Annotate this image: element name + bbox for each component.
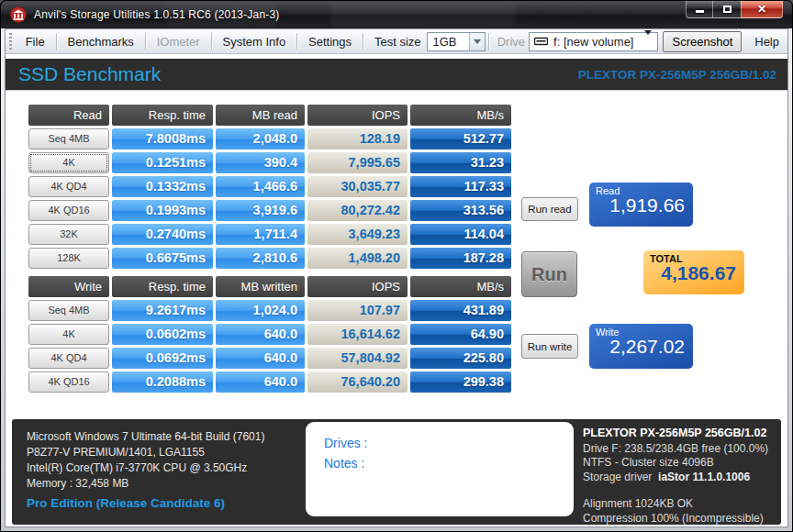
menu-separator: [145, 33, 146, 50]
read-row-4kqd16-button[interactable]: 4K QD16: [28, 200, 109, 221]
iops-cell: 7,995.65: [307, 152, 408, 173]
menu-file[interactable]: File: [17, 31, 53, 52]
menu-system-info[interactable]: System Info: [215, 31, 295, 52]
menu-help[interactable]: Help: [746, 31, 787, 52]
read-row-32k-button[interactable]: 32K: [28, 224, 109, 245]
menu-separator: [488, 33, 489, 50]
title-bar[interactable]: Anvil's Storage Utilities 1.0.51 RC6 (20…: [1, 1, 792, 28]
resp-time-cell: 0.1332ms: [112, 176, 213, 197]
resp-time-col-header: Resp. time: [112, 105, 213, 126]
menu-bar: File Benchmarks IOmeter System Info Sett…: [6, 29, 787, 54]
drives-label: Drives :: [324, 433, 555, 453]
run-button[interactable]: Run: [521, 251, 577, 297]
write-row-seq4mb-button[interactable]: Seq 4MB: [28, 300, 109, 321]
spacer: [583, 484, 768, 497]
mb-read-cell: 1,711.4: [216, 224, 305, 245]
drive-value: f: [new volume]: [548, 35, 639, 49]
mbs-cell: 114.04: [410, 224, 511, 245]
iops-cell: 107.97: [307, 300, 408, 321]
read-score-value: 1,919.66: [589, 194, 693, 216]
run-read-button[interactable]: Run read: [521, 197, 578, 221]
motherboard-line: P8Z77-V PREMIUM/1401, LGA1155: [27, 445, 264, 460]
menu-separator: [56, 33, 57, 50]
iops-cell: 76,640.20: [307, 371, 408, 393]
maximize-icon: [723, 6, 732, 13]
drive-info: PLEXTOR PX-256M5P 256GB/1.02 Drive F: 23…: [583, 427, 768, 526]
drive-select[interactable]: f: [new volume]: [529, 32, 658, 51]
mb-read-cell: 3,919.6: [216, 200, 305, 221]
iops-cell: 80,272.42: [307, 200, 408, 221]
edition-label: Pro Edition (Release Candidate 6): [27, 496, 225, 510]
write-score-value: 2,267.02: [589, 336, 693, 358]
write-row-4kqd16-button[interactable]: 4K QD16: [28, 371, 109, 393]
total-score-box: TOTAL 4,186.67: [643, 250, 744, 294]
app-window: Anvil's Storage Utilities 1.0.51 RC6 (20…: [0, 0, 793, 532]
alignment-line: Alignment 1024KB OK: [583, 497, 768, 512]
cpu-line: Intel(R) Core(TM) i7-3770K CPU @ 3.50GHz: [27, 460, 264, 476]
info-panel: Microsoft Windows 7 Ultimate 64-bit Buil…: [12, 419, 781, 525]
filesystem-line: NTFS - Cluster size 4096B: [583, 456, 768, 471]
screenshot-button[interactable]: Screenshot: [663, 31, 742, 52]
compression-line: Compression 100% (Incompressible): [583, 512, 768, 526]
run-write-button[interactable]: Run write: [521, 334, 578, 359]
window-controls: ✕: [686, 1, 783, 18]
mb-written-col-header: MB written: [216, 276, 305, 297]
drives-notes-box[interactable]: Drives : Notes :: [306, 422, 574, 516]
menu-benchmarks[interactable]: Benchmarks: [60, 31, 142, 52]
iops-cell: 16,614.62: [307, 324, 408, 345]
chevron-down-icon: [474, 39, 481, 44]
test-size-arrow[interactable]: [469, 33, 485, 50]
read-row-4k-button[interactable]: 4K: [28, 152, 109, 173]
iops-cell: 128.19: [307, 128, 408, 150]
mbs-cell: 431.89: [410, 300, 511, 321]
device-name: PLEXTOR PX-256M5P 256GB/1.02: [578, 68, 776, 82]
menu-separator: [211, 33, 212, 50]
iops-col-header: IOPS: [307, 276, 408, 297]
drive-icon: [534, 37, 548, 46]
read-row-seq4mb-button[interactable]: Seq 4MB: [28, 128, 109, 150]
mbs-col-header: MB/s: [410, 276, 511, 297]
close-button[interactable]: ✕: [741, 1, 783, 18]
resp-time-cell: 0.1251ms: [112, 152, 213, 173]
client-area: File Benchmarks IOmeter System Info Sett…: [5, 28, 788, 527]
menu-separator: [296, 33, 297, 50]
mbs-cell: 64.90: [410, 324, 511, 345]
menu-iometer: IOmeter: [149, 31, 208, 52]
resp-time-cell: 7.8008ms: [112, 128, 213, 150]
mbs-cell: 117.33: [410, 176, 511, 197]
storage-driver-label: Storage driver: [583, 471, 652, 483]
mbs-cell: 313.56: [410, 200, 511, 221]
storage-driver-line: Storage driver iaStor 11.1.0.1006: [583, 471, 768, 485]
write-row-4k-button[interactable]: 4K: [28, 324, 109, 345]
window-title: Anvil's Storage Utilities 1.0.51 RC6 (20…: [34, 8, 280, 21]
resp-time-cell: 0.0692ms: [112, 348, 213, 369]
resp-time-cell: 0.2088ms: [112, 371, 213, 393]
mbs-cell: 31.23: [410, 152, 511, 173]
minimize-icon: [696, 10, 704, 13]
resp-time-cell: 0.6675ms: [112, 248, 213, 269]
test-size-label: Test size: [366, 31, 427, 52]
read-row-128k-button[interactable]: 128K: [28, 248, 109, 269]
iops-cell: 57,804.92: [307, 348, 408, 369]
iops-cell: 3,649.23: [307, 224, 408, 245]
resp-time-cell: 0.1993ms: [112, 200, 213, 221]
app-icon: [10, 6, 27, 23]
toolbar-gripper[interactable]: [9, 33, 12, 50]
minimize-button[interactable]: [686, 1, 713, 18]
read-row-4kqd4-button[interactable]: 4K QD4: [28, 176, 109, 197]
os-line: Microsoft Windows 7 Ultimate 64-bit Buil…: [27, 429, 264, 445]
page-title: SSD Benchmark: [18, 63, 161, 85]
drive-arrow[interactable]: [639, 35, 657, 49]
mb-read-cell: 2,048.0: [216, 128, 305, 150]
mbs-cell: 187.28: [410, 248, 511, 269]
chevron-down-icon: [644, 30, 652, 49]
read-table: Read Resp. time MB read IOPS MB/s Seq 4M…: [28, 105, 511, 269]
notes-label: Notes :: [324, 453, 555, 473]
menu-settings[interactable]: Settings: [300, 31, 360, 52]
mbs-cell: 299.38: [410, 371, 511, 393]
test-size-select[interactable]: 1GB: [427, 32, 486, 51]
mb-read-col-header: MB read: [216, 105, 305, 126]
maximize-button[interactable]: [713, 1, 741, 18]
storage-driver-value: iaStor 11.1.0.1006: [658, 471, 750, 483]
write-row-4kqd4-button[interactable]: 4K QD4: [28, 348, 109, 369]
